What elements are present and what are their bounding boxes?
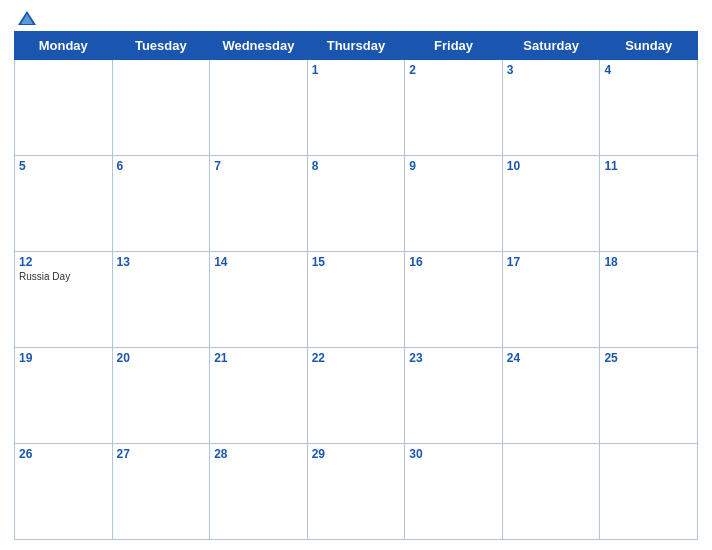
weekday-header: Sunday — [600, 32, 698, 60]
day-number: 7 — [214, 159, 303, 173]
day-number: 8 — [312, 159, 401, 173]
calendar-cell: 16 — [405, 252, 503, 348]
calendar-cell: 28 — [210, 444, 308, 540]
calendar-cell: 15 — [307, 252, 405, 348]
calendar-week-row: 19202122232425 — [15, 348, 698, 444]
logo — [16, 10, 36, 25]
day-number: 13 — [117, 255, 206, 269]
day-number: 29 — [312, 447, 401, 461]
calendar-cell: 13 — [112, 252, 210, 348]
calendar-cell: 3 — [502, 60, 600, 156]
calendar-cell: 26 — [15, 444, 113, 540]
calendar-cell: 17 — [502, 252, 600, 348]
calendar-cell: 24 — [502, 348, 600, 444]
day-number: 16 — [409, 255, 498, 269]
day-number: 9 — [409, 159, 498, 173]
weekday-header: Wednesday — [210, 32, 308, 60]
calendar-week-row: 12Russia Day131415161718 — [15, 252, 698, 348]
calendar-cell: 1 — [307, 60, 405, 156]
calendar-cell: 7 — [210, 156, 308, 252]
calendar-cell — [210, 60, 308, 156]
day-number: 17 — [507, 255, 596, 269]
calendar-cell — [15, 60, 113, 156]
calendar-cell: 19 — [15, 348, 113, 444]
calendar-cell: 20 — [112, 348, 210, 444]
calendar-cell: 5 — [15, 156, 113, 252]
calendar-header — [14, 10, 698, 25]
day-number: 14 — [214, 255, 303, 269]
weekday-header-row: MondayTuesdayWednesdayThursdayFridaySatu… — [15, 32, 698, 60]
logo-icon — [18, 11, 36, 25]
weekday-header: Thursday — [307, 32, 405, 60]
weekday-header: Saturday — [502, 32, 600, 60]
day-number: 23 — [409, 351, 498, 365]
calendar-cell: 30 — [405, 444, 503, 540]
day-number: 6 — [117, 159, 206, 173]
day-number: 3 — [507, 63, 596, 77]
weekday-header: Monday — [15, 32, 113, 60]
day-number: 5 — [19, 159, 108, 173]
day-number: 18 — [604, 255, 693, 269]
day-number: 12 — [19, 255, 108, 269]
day-number: 2 — [409, 63, 498, 77]
day-number: 4 — [604, 63, 693, 77]
day-number: 22 — [312, 351, 401, 365]
day-number: 26 — [19, 447, 108, 461]
day-number: 25 — [604, 351, 693, 365]
day-number: 30 — [409, 447, 498, 461]
calendar-cell: 4 — [600, 60, 698, 156]
calendar-week-row: 1234 — [15, 60, 698, 156]
calendar-cell: 2 — [405, 60, 503, 156]
calendar-cell — [600, 444, 698, 540]
calendar-cell: 6 — [112, 156, 210, 252]
calendar-cell: 21 — [210, 348, 308, 444]
holiday-label: Russia Day — [19, 271, 108, 282]
day-number: 11 — [604, 159, 693, 173]
weekday-header: Tuesday — [112, 32, 210, 60]
day-number: 10 — [507, 159, 596, 173]
calendar-cell — [502, 444, 600, 540]
calendar-week-row: 567891011 — [15, 156, 698, 252]
calendar-table: MondayTuesdayWednesdayThursdayFridaySatu… — [14, 31, 698, 540]
day-number: 19 — [19, 351, 108, 365]
day-number: 1 — [312, 63, 401, 77]
calendar-cell: 27 — [112, 444, 210, 540]
calendar-cell: 23 — [405, 348, 503, 444]
calendar-cell: 25 — [600, 348, 698, 444]
day-number: 28 — [214, 447, 303, 461]
calendar-cell: 11 — [600, 156, 698, 252]
weekday-header: Friday — [405, 32, 503, 60]
calendar-cell — [112, 60, 210, 156]
calendar-cell: 8 — [307, 156, 405, 252]
calendar-cell: 22 — [307, 348, 405, 444]
day-number: 21 — [214, 351, 303, 365]
day-number: 20 — [117, 351, 206, 365]
calendar-cell: 14 — [210, 252, 308, 348]
calendar-cell: 18 — [600, 252, 698, 348]
day-number: 24 — [507, 351, 596, 365]
calendar-cell: 29 — [307, 444, 405, 540]
calendar-cell: 12Russia Day — [15, 252, 113, 348]
calendar-cell: 9 — [405, 156, 503, 252]
calendar-week-row: 2627282930 — [15, 444, 698, 540]
day-number: 15 — [312, 255, 401, 269]
calendar-cell: 10 — [502, 156, 600, 252]
day-number: 27 — [117, 447, 206, 461]
